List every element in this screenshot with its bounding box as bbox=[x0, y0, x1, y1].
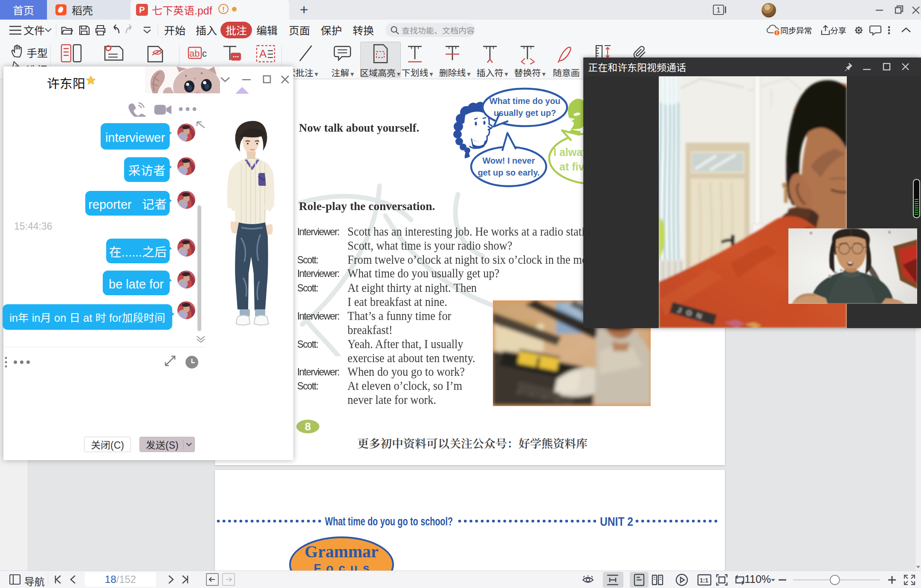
svg-text:What time do you: What time do you bbox=[489, 96, 561, 106]
svg-text:1:1: 1:1 bbox=[700, 577, 708, 584]
svg-text:get up so early.: get up so early. bbox=[478, 168, 539, 177]
svg-text:!: ! bbox=[776, 29, 778, 36]
svg-text:Wow! I never: Wow! I never bbox=[483, 156, 535, 165]
svg-text:UNIT 2: UNIT 2 bbox=[600, 516, 633, 528]
svg-text:What time do you go to school?: What time do you go to school? bbox=[325, 516, 453, 528]
svg-text:usually get up?: usually get up? bbox=[494, 108, 556, 118]
svg-text:c: c bbox=[202, 48, 207, 59]
svg-text:ab: ab bbox=[189, 48, 200, 59]
svg-text:A: A bbox=[259, 47, 267, 60]
